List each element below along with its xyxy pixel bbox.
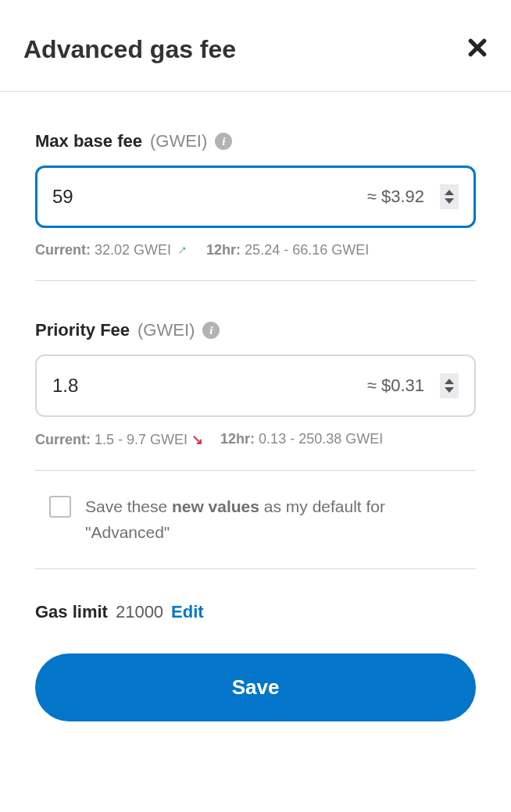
gas-limit-value: 21000 xyxy=(116,602,163,622)
section-divider xyxy=(35,280,476,281)
gas-limit-label: Gas limit xyxy=(35,602,108,622)
priority-fee-current: Current: 1.5 - 9.7 GWEI ↘ xyxy=(35,431,203,448)
info-icon[interactable]: i xyxy=(202,322,220,339)
priority-fee-stats: Current: 1.5 - 9.7 GWEI ↘ 12hr: 0.13 - 2… xyxy=(35,431,476,448)
content-area: Max base fee (GWEI) i ≈ $3.92 Current: 3… xyxy=(0,92,511,721)
priority-fee-usd: ≈ $0.31 xyxy=(367,376,424,396)
max-base-fee-current: Current: 32.02 GWEI → xyxy=(35,242,189,258)
max-base-fee-input-box[interactable]: ≈ $3.92 xyxy=(35,166,476,228)
edit-link[interactable]: Edit xyxy=(171,602,204,622)
arrow-up-icon: → xyxy=(171,240,193,262)
max-base-fee-stats: Current: 32.02 GWEI → 12hr: 25.24 - 66.1… xyxy=(35,242,476,258)
max-base-fee-header: Max base fee (GWEI) i xyxy=(35,131,476,151)
chevron-down-icon[interactable] xyxy=(445,387,454,393)
priority-fee-unit: (GWEI) xyxy=(138,320,195,340)
priority-fee-label: Priority Fee xyxy=(35,320,130,340)
page-title: Advanced gas fee xyxy=(23,35,236,64)
chevron-down-icon[interactable] xyxy=(445,198,454,204)
chevron-up-icon[interactable] xyxy=(445,379,454,384)
max-base-fee-usd: ≈ $3.92 xyxy=(367,187,424,207)
close-icon[interactable] xyxy=(467,35,488,64)
max-base-fee-12hr: 12hr: 25.24 - 66.16 GWEI xyxy=(206,242,369,258)
max-base-fee-unit: (GWEI) xyxy=(150,131,207,151)
info-icon[interactable]: i xyxy=(215,133,232,150)
arrow-down-icon: ↘ xyxy=(191,431,203,448)
priority-fee-input-box[interactable]: ≈ $0.31 xyxy=(35,354,476,417)
max-base-fee-input[interactable] xyxy=(52,186,146,208)
save-button[interactable]: Save xyxy=(35,654,476,721)
max-base-fee-label: Max base fee xyxy=(35,131,142,151)
priority-fee-input-right: ≈ $0.31 xyxy=(367,373,459,398)
priority-fee-input[interactable] xyxy=(52,375,146,397)
modal-header: Advanced gas fee xyxy=(0,0,511,91)
max-base-fee-section: Max base fee (GWEI) i ≈ $3.92 Current: 3… xyxy=(35,131,476,281)
max-base-fee-stepper[interactable] xyxy=(440,184,459,209)
priority-fee-section: Priority Fee (GWEI) i ≈ $0.31 Current: 1… xyxy=(35,320,476,471)
priority-fee-stepper[interactable] xyxy=(440,373,459,398)
chevron-up-icon[interactable] xyxy=(445,190,454,195)
save-default-checkbox[interactable] xyxy=(49,496,71,518)
save-default-label: Save these new values as my default for … xyxy=(85,494,468,545)
gas-limit-row: Gas limit 21000 Edit xyxy=(35,602,476,622)
section-divider xyxy=(35,568,476,569)
section-divider xyxy=(35,470,476,471)
max-base-fee-input-right: ≈ $3.92 xyxy=(367,184,459,209)
priority-fee-header: Priority Fee (GWEI) i xyxy=(35,320,476,340)
save-default-row: Save these new values as my default for … xyxy=(49,494,468,545)
priority-fee-12hr: 12hr: 0.13 - 250.38 GWEI xyxy=(220,431,383,448)
